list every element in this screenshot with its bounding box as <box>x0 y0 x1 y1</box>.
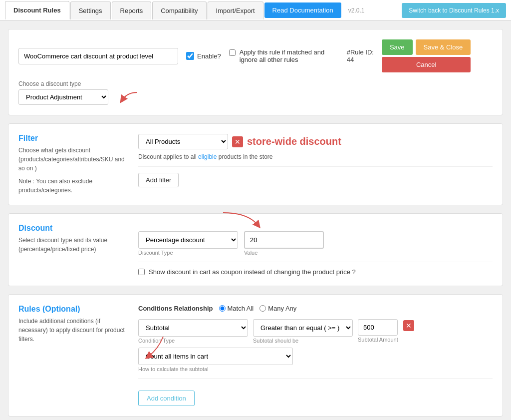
condition-operator-dropdown[interactable]: Greater than or equal ( >= ) <box>253 319 353 337</box>
tab-reports[interactable]: Reports <box>112 1 152 19</box>
discount-section: Discount Select discount type and its va… <box>18 224 493 276</box>
filter-left: Filter Choose what gets discount (produc… <box>18 134 128 195</box>
discount-row: Percentage discount Discount Type Value <box>138 231 493 256</box>
filter-applies-desc: Discount applies to all eligible product… <box>138 153 493 167</box>
rule-card: Enable? Apply this rule if matched and i… <box>8 29 503 115</box>
discount-value-input[interactable] <box>244 231 324 249</box>
filter-desc1: Choose what gets discount (products/cate… <box>18 146 128 173</box>
condition-amount-label: Subtotal Amount <box>358 337 398 343</box>
discount-title: Discount <box>18 224 128 233</box>
coupon-checkbox[interactable] <box>138 269 145 275</box>
condition-type-dropdown[interactable]: Subtotal <box>138 319 248 337</box>
tab-discount-rules[interactable]: Discount Rules <box>5 1 69 19</box>
condition-row: Subtotal <box>138 319 493 344</box>
arrow-annotation <box>112 90 142 105</box>
coupon-row: Show discount in cart as coupon instead … <box>138 268 493 276</box>
divider <box>138 262 493 262</box>
discount-type-field-label: Discount Type <box>138 250 238 256</box>
discount-desc: Select discount type and its value (perc… <box>18 236 128 254</box>
rules-right: Conditions Relationship Match All Many A… <box>138 305 493 406</box>
rules-card: Rules (Optional) Include additional cond… <box>8 294 503 417</box>
discount-arrow-annotation <box>218 210 278 230</box>
condition-operator-col: Greater than or equal ( >= ) Subtotal sh… <box>253 319 353 344</box>
discount-value-label: Value <box>244 250 324 256</box>
filter-row: All Products ✕ store-wide discount <box>138 134 493 149</box>
filter-right: All Products ✕ store-wide discount Disco… <box>138 134 493 195</box>
main-content: Enable? Apply this rule if matched and i… <box>0 21 511 420</box>
rules-divider <box>138 378 493 379</box>
discount-type-section: Choose a discount type Product Adjustmen… <box>18 80 493 105</box>
rules-title: Rules (Optional) <box>18 305 128 314</box>
store-wide-label: store-wide discount <box>247 136 341 147</box>
rule-form-row: Enable? Apply this rule if matched and i… <box>18 39 493 72</box>
filter-card: Filter Choose what gets discount (produc… <box>8 123 503 205</box>
condition-amount-input[interactable] <box>358 319 398 336</box>
version-label: v2.0.1 <box>348 7 365 14</box>
filter-title: Filter <box>18 134 128 143</box>
many-any-radio-label: Many Any <box>259 305 296 312</box>
match-all-radio-label: Match All <box>219 305 254 312</box>
filter-section: Filter Choose what gets discount (produc… <box>18 134 493 195</box>
enable-checkbox[interactable] <box>186 52 194 60</box>
discount-type-label: Choose a discount type <box>18 80 493 87</box>
tab-read-documentation[interactable]: Read Documentation <box>264 2 341 18</box>
coupon-label: Show discount in cart as coupon instead … <box>149 268 356 276</box>
subtotal-calc-label: How to calculate the subtotal <box>138 366 493 372</box>
condition-remove-button[interactable]: ✕ <box>403 320 414 331</box>
discount-type-col: Percentage discount Discount Type <box>138 231 238 256</box>
tab-compatibility[interactable]: Compatibility <box>152 1 206 19</box>
discount-value-col: Value <box>244 231 324 256</box>
eligible-link[interactable]: eligible <box>198 153 217 160</box>
tab-import-export[interactable]: Import/Export <box>208 1 263 19</box>
conditions-rel: Conditions Relationship Match All Many A… <box>138 305 493 312</box>
apply-text: Apply this rule if matched and ignore al… <box>240 48 339 63</box>
rule-name-input[interactable] <box>18 48 178 64</box>
condition-operator-label: Subtotal should be <box>253 338 353 344</box>
add-filter-button[interactable]: Add filter <box>138 173 179 187</box>
condition-type-col: Subtotal <box>138 319 248 344</box>
apply-checkbox[interactable] <box>229 49 236 56</box>
many-any-text: Many Any <box>268 305 296 312</box>
cancel-button[interactable]: Cancel <box>382 57 471 72</box>
rules-section: Rules (Optional) Include additional cond… <box>18 305 493 406</box>
discount-left: Discount Select discount type and its va… <box>18 224 128 276</box>
many-any-radio[interactable] <box>259 305 266 312</box>
add-condition-button[interactable]: Add condition <box>138 391 195 406</box>
discount-type-select[interactable]: Product Adjustment <box>18 89 108 105</box>
match-all-radio[interactable] <box>219 305 226 312</box>
discount-type-dropdown[interactable]: Percentage discount <box>138 231 238 249</box>
filter-desc2: Note : You can also exclude products/cat… <box>18 177 128 195</box>
save-button[interactable]: Save <box>382 39 413 55</box>
discount-card: Discount Select discount type and its va… <box>8 213 503 286</box>
apply-label: Apply this rule if matched and ignore al… <box>229 48 339 63</box>
subtotal-calc-col: Count all items in cart How to calculate… <box>138 348 493 372</box>
tab-settings[interactable]: Settings <box>70 1 111 19</box>
switch-back-button[interactable]: Switch back to Discount Rules 1.x <box>402 3 506 18</box>
condition-amount-col: Subtotal Amount <box>358 319 398 343</box>
save-close-button[interactable]: Save & Close <box>416 39 471 55</box>
rule-id-label: #Rule ID: <box>347 48 374 56</box>
rule-id-value: 44 <box>347 56 354 63</box>
enable-text: Enable? <box>197 52 221 60</box>
filter-dropdown[interactable]: All Products <box>138 134 228 149</box>
filter-remove-button[interactable]: ✕ <box>232 136 243 147</box>
conditions-rel-label: Conditions Relationship <box>138 305 213 312</box>
condition-arrow <box>143 337 183 362</box>
action-buttons: Save Save & Close Cancel <box>382 39 471 72</box>
discount-right: Percentage discount Discount Type Value … <box>138 224 493 276</box>
enable-label: Enable? <box>186 52 221 60</box>
rules-left: Rules (Optional) Include additional cond… <box>18 305 128 406</box>
rule-id-block: #Rule ID: 44 <box>347 48 374 63</box>
top-navigation: Discount Rules Settings Reports Compatib… <box>0 0 511 21</box>
match-all-text: Match All <box>228 305 254 312</box>
rules-desc: Include additional conditions (if necess… <box>18 317 128 344</box>
